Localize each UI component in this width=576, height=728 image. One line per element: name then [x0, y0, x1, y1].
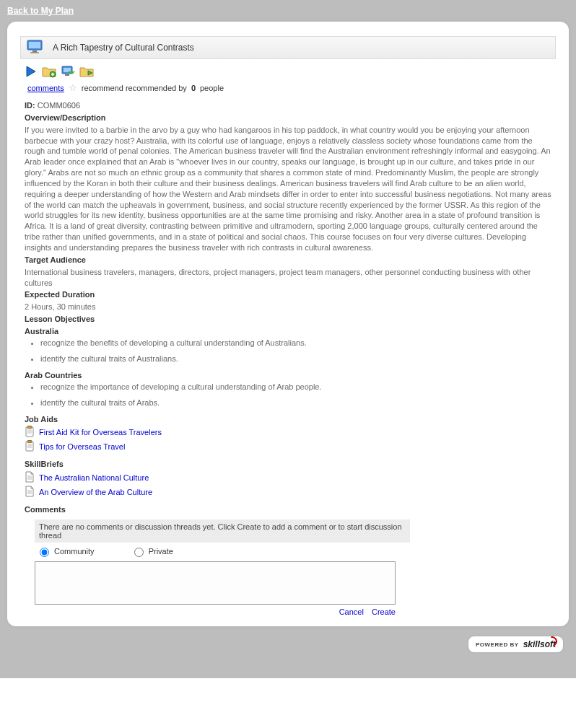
svg-rect-2 [32, 51, 37, 52]
id-label: ID: [25, 101, 35, 110]
content-area: ID: COMM0606 Overview/Description If you… [20, 100, 556, 515]
add-folder-icon[interactable] [42, 65, 56, 79]
overview-body: If you were invited to a barbie in the a… [25, 125, 551, 253]
document-icon [25, 471, 35, 484]
recommend-suffix: people [200, 84, 224, 92]
community-radio-label[interactable]: Community [36, 545, 95, 557]
powered-by-badge: POWERED BY skillsoft [468, 636, 563, 652]
download-icon[interactable] [61, 65, 75, 79]
target-body: International business travelers, manage… [25, 267, 551, 289]
skillbrief-link[interactable]: An Overview of the Arab Culture [39, 488, 152, 496]
brand-logo: skillsoft [523, 639, 556, 649]
comment-textarea[interactable] [35, 561, 396, 605]
duration-body: 2 Hours, 30 minutes [25, 302, 551, 312]
back-to-plan-link[interactable]: Back to My Plan [7, 6, 74, 16]
cancel-link[interactable]: Cancel [339, 608, 364, 616]
recommend-label: recommend recommended by [82, 84, 187, 92]
skillbriefs-heading: SkillBriefs [25, 460, 64, 468]
course-icon [27, 40, 43, 56]
clipboard-icon [25, 440, 35, 453]
comments-heading: Comments [25, 505, 66, 514]
svg-rect-8 [65, 74, 69, 76]
recommend-count: 0 [191, 84, 196, 92]
private-radio-label[interactable]: Private [131, 545, 173, 557]
jobaid-link[interactable]: Tips for Overseas Travel [39, 442, 125, 451]
meta-row: comments ☆ recommend recommended by 0 pe… [20, 82, 556, 93]
target-heading: Target Audience [25, 255, 86, 264]
star-icon[interactable]: ☆ [69, 82, 77, 93]
objectives-heading: Lesson Objectives [25, 315, 95, 323]
play-icon[interactable] [25, 65, 38, 79]
skillbrief-row: An Overview of the Arab Culture [25, 486, 551, 499]
objective-group-title: Arab Countries [25, 371, 82, 380]
svg-rect-1 [29, 42, 40, 48]
svg-rect-18 [27, 441, 32, 443]
create-link[interactable]: Create [372, 608, 396, 616]
comments-section: There are no comments or discussion thre… [35, 519, 410, 616]
objective-item: recognize the benefits of developing a c… [40, 338, 551, 347]
powered-by-text: POWERED BY [476, 641, 519, 648]
community-radio-text: Community [54, 547, 95, 556]
comments-link[interactable]: comments [27, 84, 64, 92]
objective-group-title: Australia [25, 327, 58, 336]
skillbrief-link[interactable]: The Australian National Culture [39, 473, 149, 482]
course-title: A Rich Tapestry of Cultural Contrasts [53, 43, 194, 53]
toolbar [20, 65, 556, 79]
overview-heading: Overview/Description [25, 113, 106, 122]
private-radio[interactable] [134, 548, 144, 557]
skillbrief-row: The Australian National Culture [25, 471, 551, 484]
clipboard-icon [25, 426, 35, 439]
jobaids-heading: Job Aids [25, 415, 58, 424]
svg-rect-3 [30, 52, 39, 53]
duration-heading: Expected Duration [25, 290, 95, 299]
jobaid-row: First Aid Kit for Overseas Travelers [25, 426, 551, 439]
course-panel: A Rich Tapestry of Cultural Contrasts [7, 22, 569, 626]
svg-rect-13 [27, 426, 32, 429]
community-radio[interactable] [40, 548, 49, 557]
comments-empty-hint: There are no comments or discussion thre… [35, 519, 410, 543]
svg-marker-4 [27, 66, 35, 76]
private-radio-text: Private [149, 547, 173, 556]
objective-item: identify the cultural traits of Australi… [40, 354, 551, 363]
jobaid-row: Tips for Overseas Travel [25, 440, 551, 453]
objective-item: recognize the importance of developing a… [40, 382, 551, 391]
title-bar: A Rich Tapestry of Cultural Contrasts [20, 36, 556, 59]
document-icon [25, 486, 35, 499]
footer: POWERED BY skillsoft [7, 636, 569, 652]
export-folder-icon[interactable] [79, 65, 94, 79]
jobaid-link[interactable]: First Aid Kit for Overseas Travelers [39, 428, 162, 437]
objective-item: identify the cultural traits of Arabs. [40, 398, 551, 407]
id-value: COMM0606 [38, 101, 80, 110]
